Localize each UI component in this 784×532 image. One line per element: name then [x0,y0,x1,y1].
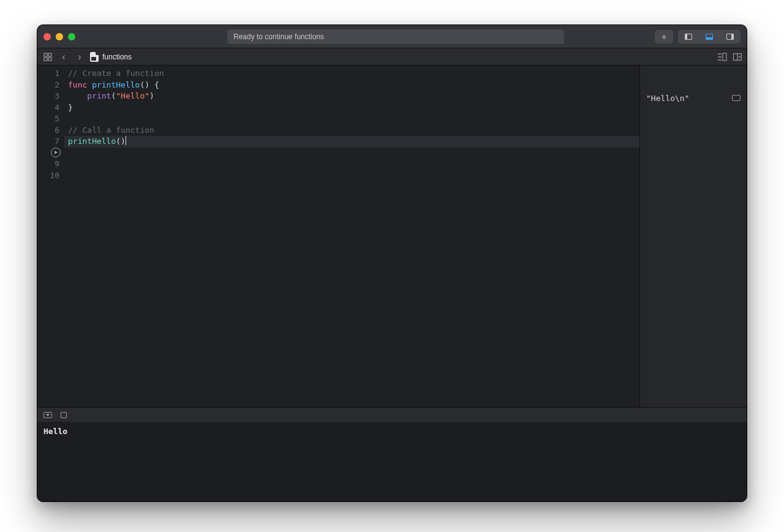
code-token: printHello [92,80,140,89]
code-editor[interactable]: 1234567910 // Create a functionfunc prin… [37,66,639,407]
results-sidebar: "Hello\n" [639,66,747,407]
code-token [68,91,87,100]
code-token: "Hello" [116,91,149,100]
panel-bottom-icon [706,34,713,40]
code-line[interactable]: // Call a function [64,125,639,137]
code-token: // Call a function [68,126,154,135]
chevron-down-icon [43,412,52,418]
code-token: printHello [68,137,116,146]
code-token: // Create a function [68,69,164,78]
code-line[interactable] [64,170,639,182]
quicklook-result-button[interactable] [732,95,741,101]
related-items-button[interactable] [42,51,53,62]
panel-visibility-segmented [678,30,741,43]
console-menu-button[interactable] [43,412,52,418]
code-token: () { [140,80,159,89]
add-button[interactable]: + [655,30,673,43]
svg-rect-0 [44,53,47,56]
line-number: 1 [37,68,59,80]
line-number: 10 [37,170,59,182]
grid-icon [43,53,52,61]
code-line[interactable]: // Create a function [64,68,639,80]
titlebar-right: + [655,30,741,43]
lines-icon [717,53,727,61]
code-line[interactable] [64,148,639,159]
chevron-right-icon: › [78,52,81,62]
swift-file-icon [90,52,99,62]
svg-rect-2 [44,58,47,61]
panel-left-icon [685,34,692,40]
navbar: ‹ › functions [37,48,747,66]
toggle-right-panel-button[interactable] [720,30,741,43]
result-row: "Hello\n" [646,92,741,104]
status-field[interactable]: Ready to continue functions [227,29,564,44]
line-number: 6 [37,125,59,137]
stop-button[interactable] [61,412,67,418]
svg-rect-3 [48,58,51,61]
code-token: func [68,80,92,89]
text-caret [126,136,126,145]
line-number: 7 [37,136,59,148]
nav-back-button[interactable]: ‹ [58,51,69,62]
code-token: ) [149,91,154,100]
code-token: () [116,137,126,146]
run-line-button[interactable] [51,148,61,157]
result-value: "Hello\n" [646,94,689,103]
main-split: 1234567910 // Create a functionfunc prin… [37,66,747,407]
plus-icon: + [662,32,666,42]
stop-icon [61,412,67,418]
code-token: print [87,91,111,100]
console-text: Hello [43,427,67,436]
titlebar: Ready to continue functions + [37,25,747,48]
toggle-bottom-panel-button[interactable] [699,30,720,43]
line-number: 5 [37,113,59,125]
svg-rect-1 [48,53,51,56]
breadcrumb-file[interactable]: functions [90,52,132,62]
debug-bar [37,407,747,422]
console-output[interactable]: Hello [37,422,747,501]
breadcrumb-filename: functions [102,53,132,61]
line-number-gutter: 1234567910 [37,66,64,407]
split-add-icon [733,53,742,61]
status-text: Ready to continue functions [233,32,324,41]
line-number: 2 [37,80,59,91]
traffic-lights [43,33,75,40]
panel-right-icon [726,34,734,40]
toggle-left-panel-button[interactable] [678,30,699,43]
adjust-editor-options-button[interactable] [717,53,727,61]
minimize-window-button[interactable] [56,33,63,40]
line-number: 4 [37,102,59,114]
line-number: 3 [37,91,59,102]
chevron-left-icon: ‹ [62,52,65,62]
code-line[interactable]: printHello() [64,136,639,148]
add-editor-button[interactable] [733,53,742,61]
navbar-right [717,53,742,61]
svg-rect-7 [723,53,726,61]
code-line[interactable]: func printHello() { [64,80,639,91]
app-window: Ready to continue functions + [37,24,747,502]
code-token: } [68,103,73,112]
code-line[interactable]: } [64,102,639,114]
code-line[interactable] [64,159,639,170]
code-line[interactable] [64,113,639,125]
close-window-button[interactable] [43,33,51,40]
code-line[interactable]: print("Hello") [64,91,639,102]
nav-forward-button[interactable]: › [74,51,85,62]
code-area[interactable]: // Create a functionfunc printHello() { … [64,66,639,407]
line-number: 9 [37,159,59,170]
zoom-window-button[interactable] [68,33,75,40]
